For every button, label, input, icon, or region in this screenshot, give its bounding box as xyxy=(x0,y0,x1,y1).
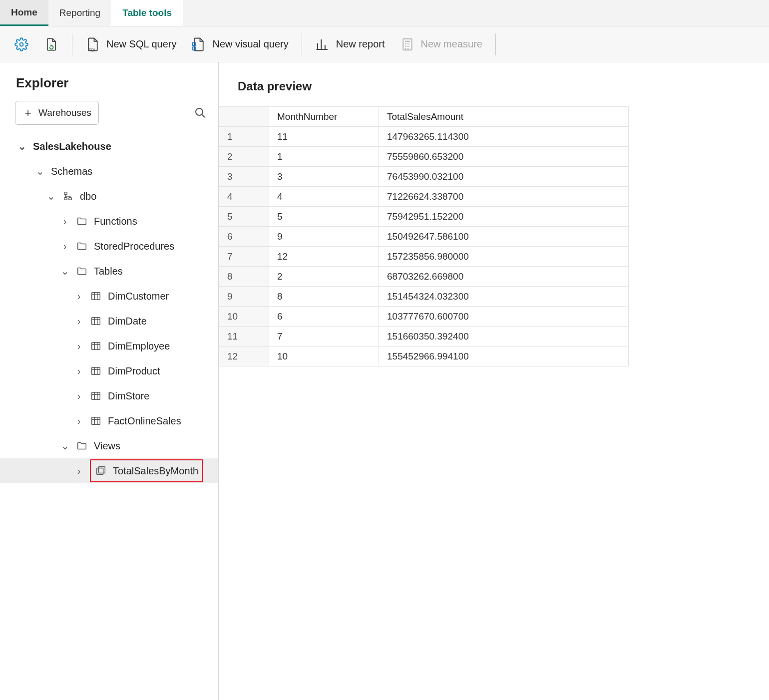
tree-node-schemas[interactable]: ⌄ Schemas xyxy=(0,159,218,184)
cell-monthnumber: 4 xyxy=(269,187,379,207)
tab-home[interactable]: Home xyxy=(0,0,48,26)
row-number-cell: 9 xyxy=(219,287,269,307)
cell-totalsalesamount: 76453990.032100 xyxy=(379,167,629,187)
cell-totalsalesamount: 151454324.032300 xyxy=(379,287,629,307)
new-visual-query-button[interactable]: New visual query xyxy=(186,34,293,55)
data-preview-panel: Data preview MonthNumber TotalSalesAmoun… xyxy=(219,62,769,700)
new-sql-query-button[interactable]: SQL New SQL query xyxy=(80,34,181,55)
tree-node-table[interactable]: › FactOnlineSales xyxy=(0,408,218,433)
table-row[interactable]: 106103777670.600700 xyxy=(219,307,629,327)
tree-label: FactOnlineSales xyxy=(108,415,181,427)
tree-label: Tables xyxy=(94,266,123,277)
table-row[interactable]: 69150492647.586100 xyxy=(219,227,629,247)
tab-table-tools[interactable]: Table tools xyxy=(111,0,183,26)
column-header-monthnumber[interactable]: MonthNumber xyxy=(269,107,379,127)
table-row[interactable]: 4471226624.338700 xyxy=(219,187,629,207)
table-row[interactable]: 8268703262.669800 xyxy=(219,267,629,287)
tab-reporting[interactable]: Reporting xyxy=(48,0,111,26)
new-visual-query-label: New visual query xyxy=(212,38,288,50)
chevron-down-icon: ⌄ xyxy=(17,140,27,152)
table-row[interactable]: 117151660350.392400 xyxy=(219,327,629,347)
table-row[interactable]: 111147963265.114300 xyxy=(219,127,629,147)
chevron-down-icon: ⌄ xyxy=(60,265,70,277)
svg-rect-16 xyxy=(98,467,105,473)
warehouses-label: Warehouses xyxy=(38,107,91,118)
chevron-right-icon: › xyxy=(74,341,84,352)
tree-node-views[interactable]: ⌄ Views xyxy=(0,433,218,458)
tree-node-dbo[interactable]: ⌄ dbo xyxy=(0,184,218,209)
table-row[interactable]: 5575942951.152200 xyxy=(219,207,629,227)
table-icon xyxy=(90,291,102,302)
chevron-right-icon: › xyxy=(74,465,84,477)
cell-totalsalesamount: 157235856.980000 xyxy=(379,247,629,267)
cell-totalsalesamount: 147963265.114300 xyxy=(379,127,629,147)
cell-totalsalesamount: 103777670.600700 xyxy=(379,307,629,327)
cell-monthnumber: 1 xyxy=(269,147,379,167)
chevron-right-icon: › xyxy=(74,365,84,377)
settings-button[interactable] xyxy=(9,34,34,55)
new-report-button[interactable]: New report xyxy=(310,34,390,55)
cell-monthnumber: 10 xyxy=(269,347,379,366)
chevron-down-icon: ⌄ xyxy=(60,440,70,452)
view-icon xyxy=(95,465,107,476)
folder-icon xyxy=(76,216,88,227)
explorer-title: Explorer xyxy=(0,70,218,101)
svg-rect-10 xyxy=(92,318,100,325)
tree-label: DimCustomer xyxy=(108,291,169,302)
tree-node-functions[interactable]: › Functions xyxy=(0,209,218,234)
tree-label: DimDate xyxy=(108,316,147,327)
tree-label: DimProduct xyxy=(108,365,160,377)
row-number-cell: 1 xyxy=(219,127,269,147)
calculator-icon xyxy=(400,37,415,52)
row-number-cell: 3 xyxy=(219,167,269,187)
svg-rect-13 xyxy=(92,392,100,400)
refresh-button[interactable] xyxy=(39,34,64,55)
row-number-cell: 8 xyxy=(219,267,269,287)
row-number-cell: 11 xyxy=(219,327,269,347)
sql-page-icon: SQL xyxy=(85,37,100,52)
search-icon[interactable] xyxy=(194,107,206,119)
data-preview-title: Data preview xyxy=(219,74,769,106)
tree-label: DimStore xyxy=(108,390,149,402)
tree-node-table[interactable]: › DimDate xyxy=(0,309,218,334)
tree-node-table[interactable]: › DimEmployee xyxy=(0,334,218,358)
tree-node-table[interactable]: › DimProduct xyxy=(0,358,218,383)
tree-node-table[interactable]: › DimCustomer xyxy=(0,284,218,309)
warehouses-button[interactable]: ＋ Warehouses xyxy=(15,101,99,125)
tree-label: Functions xyxy=(94,216,137,227)
column-header-totalsalesamount[interactable]: TotalSalesAmount xyxy=(379,107,629,127)
table-row[interactable]: 1210155452966.994100 xyxy=(219,347,629,366)
tree-label: Schemas xyxy=(51,166,92,177)
tab-strip: Home Reporting Table tools xyxy=(0,0,769,26)
cell-monthnumber: 8 xyxy=(269,287,379,307)
new-sql-query-label: New SQL query xyxy=(106,38,176,50)
tree-label: TotalSalesByMonth xyxy=(113,465,198,477)
tree-node-storedprocs[interactable]: › StoredProcedures xyxy=(0,234,218,259)
table-icon xyxy=(90,390,102,401)
svg-rect-14 xyxy=(92,417,100,425)
chart-icon xyxy=(315,37,330,52)
tree-label: DimEmployee xyxy=(108,341,170,352)
tree-node-lakehouse[interactable]: ⌄ SalesLakehouse xyxy=(0,134,218,159)
svg-rect-8 xyxy=(69,198,72,200)
chevron-right-icon: › xyxy=(60,241,70,252)
svg-rect-11 xyxy=(92,343,100,350)
table-row[interactable]: 3376453990.032100 xyxy=(219,167,629,187)
cell-totalsalesamount: 75942951.152200 xyxy=(379,207,629,227)
tree-node-tables[interactable]: ⌄ Tables xyxy=(0,259,218,284)
row-number-cell: 12 xyxy=(219,347,269,366)
visual-query-icon xyxy=(191,37,206,52)
cell-monthnumber: 9 xyxy=(269,227,379,247)
folder-icon xyxy=(76,241,88,252)
table-row[interactable]: 98151454324.032300 xyxy=(219,287,629,307)
svg-rect-15 xyxy=(97,468,103,475)
cell-totalsalesamount: 155452966.994100 xyxy=(379,347,629,366)
table-row[interactable]: 712157235856.980000 xyxy=(219,247,629,267)
tree-node-table[interactable]: › DimStore xyxy=(0,383,218,408)
svg-point-0 xyxy=(20,42,23,46)
ribbon-separator xyxy=(495,33,496,55)
chevron-right-icon: › xyxy=(74,415,84,427)
tree-node-view-totalsalesbymonth[interactable]: › TotalSalesByMonth xyxy=(0,458,218,483)
table-icon xyxy=(90,341,102,351)
table-row[interactable]: 2175559860.653200 xyxy=(219,147,629,167)
